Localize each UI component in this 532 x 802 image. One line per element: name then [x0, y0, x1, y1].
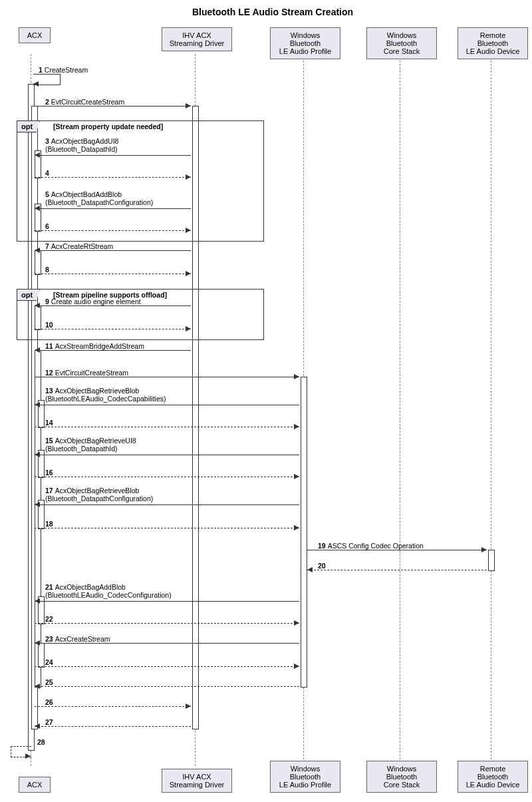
- arrow-icon: [35, 402, 40, 407]
- message-label: 2EvtCircuitCreateStream: [45, 98, 124, 106]
- opt-label: opt: [17, 120, 40, 132]
- message-line: [35, 477, 299, 477]
- arrow-icon: [481, 547, 487, 552]
- arrow-icon: [186, 228, 191, 233]
- message-line: [307, 570, 487, 570]
- message-label: 23AcxCreateStream: [45, 635, 110, 643]
- message-label: 20: [318, 562, 328, 570]
- participant-box: IHV ACX Streaming Driver: [162, 769, 232, 793]
- arrow-icon: [35, 723, 40, 729]
- message-label: 6: [45, 222, 51, 230]
- message-line: [35, 274, 191, 274]
- message-label: 5AcxObjectBadAddBlob(Bluetooth_DatapathC…: [45, 190, 153, 206]
- participant-box: Windows BluetoothCore Stack: [366, 761, 437, 793]
- arrow-icon: [294, 374, 299, 379]
- participant-box: IHV ACX Streaming Driver: [162, 27, 232, 51]
- arrow-icon: [35, 502, 40, 507]
- arrow-icon: [294, 620, 299, 626]
- message-line: [35, 305, 191, 306]
- message-label: 12EvtCircuitCreateStream: [45, 369, 128, 377]
- message-label: 26: [45, 698, 55, 706]
- arrow-icon: [35, 347, 40, 353]
- participant-box: Remote BluetoothLE Audio Device: [458, 27, 528, 59]
- message-label: 27: [45, 718, 55, 726]
- message-line: [35, 350, 191, 351]
- participant-box: Windows BluetoothLE Audio Profile: [270, 761, 340, 793]
- message-line: [35, 686, 299, 687]
- arrow-icon: [35, 248, 40, 253]
- arrow-icon: [33, 81, 39, 87]
- message-label: 17AcxObjectBagRetrieveBlob(Bluetooth_Dat…: [45, 487, 153, 502]
- arrow-icon: [35, 206, 40, 211]
- activation-bar: [38, 643, 45, 668]
- message-label: 21AcxObjectBagAddBlob(BluetoothLEAudio_C…: [45, 583, 172, 599]
- sequence-diagram: ACXACXIHV ACX Streaming DriverIHV ACX St…: [7, 27, 532, 793]
- message-label: 11AcxStreamBridgeAddStream: [45, 342, 144, 350]
- participant-box: Windows BluetoothLE Audio Profile: [270, 27, 340, 59]
- lifeline: [491, 54, 491, 766]
- message-line: [35, 250, 191, 251]
- arrow-icon: [294, 424, 299, 429]
- arrow-icon: [186, 703, 191, 709]
- arrow-icon: [186, 174, 191, 180]
- message-line: [35, 106, 191, 106]
- opt-frame: opt[Stream pipeline supports offload]: [17, 289, 264, 340]
- message-line: [35, 504, 299, 505]
- message-label: 18: [45, 520, 55, 528]
- message-label: 8: [45, 266, 51, 274]
- message-label: 13AcxObjectBagRetrieveBlob(BluetoothLEAu…: [45, 387, 166, 403]
- message-label: 16: [45, 469, 55, 477]
- arrow-icon: [186, 326, 191, 331]
- message-label: 15AcxObjectBagRetrieveUI8(Bluetooth_Data…: [45, 437, 136, 453]
- message-line: [35, 377, 299, 377]
- message-line: [35, 405, 299, 405]
- message-line: [35, 329, 191, 329]
- message-line: [35, 601, 299, 602]
- message-line: [35, 726, 191, 727]
- arrow-icon: [35, 452, 40, 457]
- opt-guard: [Stream property update needed]: [53, 122, 163, 130]
- message-label: 24: [45, 658, 55, 666]
- arrow-icon: [186, 103, 191, 108]
- message-line: [35, 208, 191, 209]
- message-label: 25: [45, 678, 55, 686]
- message-label: 19ASCS Config Codec Operation: [318, 542, 424, 550]
- arrow-icon: [307, 567, 313, 572]
- activation-bar: [488, 550, 495, 571]
- arrow-icon: [35, 303, 40, 308]
- arrow-icon: [35, 640, 40, 646]
- opt-label: opt: [17, 289, 40, 301]
- message-label: 7AcxCreateRtStream: [45, 242, 113, 250]
- message-label: 14: [45, 419, 55, 427]
- activation-bar: [301, 377, 307, 688]
- diagram-title: Bluetooth LE Audio Stream Creation: [7, 7, 532, 17]
- participant-box: ACX: [19, 777, 51, 793]
- message-line: [35, 455, 299, 455]
- message-line: [35, 706, 191, 707]
- arrow-icon: [25, 753, 31, 759]
- participant-box: Remote BluetoothLE Audio Device: [458, 761, 528, 793]
- message-line: [35, 528, 299, 528]
- arrow-icon: [35, 684, 40, 689]
- message-line: [35, 230, 191, 231]
- message-line: [35, 666, 299, 667]
- arrow-icon: [186, 271, 191, 276]
- participant-box: ACX: [19, 27, 51, 43]
- message-label: 10: [45, 321, 55, 329]
- activation-bar: [35, 250, 41, 275]
- message-label: 1CreateStream: [39, 66, 88, 74]
- arrow-icon: [35, 598, 40, 604]
- arrow-icon: [294, 525, 299, 530]
- arrow-icon: [294, 474, 299, 479]
- message-label: 9Create audio engine element: [45, 298, 141, 305]
- message-label: 22: [45, 615, 55, 623]
- message-line: [307, 550, 487, 550]
- arrow-icon: [35, 152, 40, 158]
- message-line: [35, 427, 299, 427]
- message-label: 3AcxObjectBagAddUI8(Bluetooth_DatapathId…: [45, 137, 118, 153]
- participant-box: Windows BluetoothCore Stack: [366, 27, 437, 59]
- lifeline: [400, 54, 400, 766]
- message-line: [35, 177, 191, 178]
- message-label: 28: [37, 738, 47, 746]
- message-line: [35, 155, 191, 156]
